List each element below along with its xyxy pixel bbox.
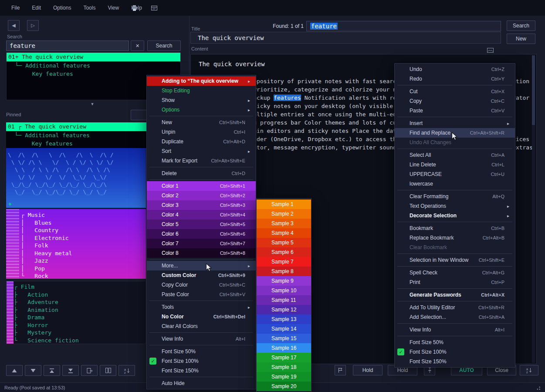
- search-result-selected[interactable]: 01+ The quick overview: [7, 53, 180, 61]
- color-sample-item[interactable]: Sample 9: [257, 276, 311, 286]
- sort-az-button[interactable]: az: [520, 365, 538, 375]
- menu-item[interactable]: Unpin Ctrl+I: [147, 127, 256, 137]
- find-input[interactable]: feature: [306, 21, 501, 31]
- film-tree-item[interactable]: ├ Mystery: [14, 329, 146, 337]
- menu-item[interactable]: Sort: [147, 146, 256, 156]
- music-tree-item[interactable]: │ Folk: [21, 242, 146, 250]
- sort-az-button[interactable]: az: [118, 365, 135, 376]
- menu-item[interactable]: lowercase: [395, 179, 515, 189]
- menu-item[interactable]: Undo Ctrl+Z: [395, 64, 515, 74]
- menu-item[interactable]: Show: [147, 95, 256, 105]
- film-tree-item[interactable]: ├ Animation: [14, 306, 146, 314]
- menu-item[interactable]: Font Size 150%: [395, 357, 515, 366]
- color-sample-item[interactable]: Sample 3: [257, 219, 311, 228]
- music-tree-item[interactable]: │ Jazz: [21, 257, 146, 265]
- film-tree-item[interactable]: ├ Adventure: [14, 298, 146, 306]
- search-button[interactable]: Search: [147, 41, 181, 51]
- menu-item[interactable]: UPPERCASE Ctrl+U: [395, 169, 515, 179]
- menu-item[interactable]: Clear All Colors: [147, 321, 256, 331]
- menu-item[interactable]: New Ctrl+Shift+N: [147, 118, 256, 127]
- color-sample-item[interactable]: Sample 5: [257, 238, 311, 247]
- menubar-item[interactable]: Tools: [77, 0, 102, 16]
- color-sample-item[interactable]: Sample 10: [257, 286, 311, 295]
- resize-grip[interactable]: [535, 385, 541, 390]
- menu-item[interactable]: No Color Ctrl+Shift+Del: [147, 312, 256, 321]
- color-sample-item[interactable]: Sample 19: [257, 372, 311, 382]
- menu-item[interactable]: View Info Alt+I: [147, 334, 256, 344]
- content-scrollbar[interactable]: [532, 55, 535, 363]
- nav-back-button[interactable]: ◀: [8, 20, 20, 31]
- print-preview-button[interactable]: [149, 3, 159, 12]
- menu-item[interactable]: Copy Ctrl+C: [395, 96, 515, 106]
- menu-item[interactable]: Color 5 Ctrl+Shift+5: [147, 220, 256, 229]
- color-sample-item[interactable]: Sample 2: [257, 209, 311, 219]
- music-tree-item[interactable]: │ Electronic: [21, 234, 146, 242]
- menu-item[interactable]: Bookmark Ctrl+B: [395, 223, 515, 233]
- color-sample-item[interactable]: Sample 18: [257, 362, 311, 372]
- music-tree-item[interactable]: ┌ Music: [21, 211, 146, 219]
- move-up-button[interactable]: [6, 365, 23, 376]
- menu-item[interactable]: Mark for Export Ctrl+Alt+Shift+E: [147, 156, 256, 166]
- pinned-note-selected[interactable]: 01 ┌ The quick overview: [6, 122, 147, 131]
- scrollbar-thumb[interactable]: [532, 55, 535, 125]
- film-tree-item[interactable]: ├ Horror: [14, 321, 146, 329]
- color-sample-item[interactable]: Sample 13: [257, 314, 311, 324]
- color-sample-item[interactable]: Sample 20: [257, 382, 311, 391]
- menubar-item[interactable]: View: [102, 0, 125, 16]
- menu-item[interactable]: Font Size 50%: [395, 338, 515, 347]
- move-to-bottom-button[interactable]: [62, 365, 79, 376]
- color-sample-item[interactable]: Sample 11: [257, 295, 311, 305]
- film-tree-item[interactable]: └ Science fiction: [14, 337, 146, 345]
- menu-item[interactable]: Cut Ctrl+X: [395, 87, 515, 96]
- color-sample-item[interactable]: Sample 4: [257, 228, 311, 238]
- menu-item[interactable]: Text Operations: [395, 201, 515, 211]
- search-input[interactable]: [6, 41, 129, 51]
- title-input[interactable]: The quick overview: [190, 32, 501, 44]
- music-tree-item[interactable]: │ Pop: [21, 265, 146, 273]
- clear-search-button[interactable]: ✕: [131, 41, 144, 51]
- menubar-item[interactable]: File: [5, 0, 26, 16]
- menu-item[interactable]: Font Size 100%: [395, 347, 515, 357]
- color-sample-item[interactable]: Sample 15: [257, 334, 311, 343]
- menu-item[interactable]: Duplicate Ctrl+Alt+D: [147, 137, 256, 146]
- collapse-results-button[interactable]: ▼: [87, 101, 98, 108]
- menu-item[interactable]: Print Ctrl+P: [395, 277, 515, 287]
- menu-item[interactable]: Line Delete Ctrl+L: [395, 160, 515, 169]
- menu-item[interactable]: Color 2 Ctrl+Shift+2: [147, 191, 256, 200]
- menu-item[interactable]: Font Size 100%: [147, 356, 256, 366]
- bookmark-flag-button[interactable]: [335, 365, 346, 375]
- film-tree-item[interactable]: ├ Action: [14, 291, 146, 299]
- menu-item[interactable]: Tools: [147, 302, 256, 312]
- new-button[interactable]: New: [507, 34, 535, 44]
- color-sample-item[interactable]: Sample 16: [257, 343, 311, 353]
- music-tree-item[interactable]: │ Heavy metal: [21, 250, 146, 257]
- pinned-note-item[interactable]: Key features: [6, 139, 147, 148]
- menu-item[interactable]: Redo Ctrl+Y: [395, 74, 515, 84]
- find-search-button[interactable]: Search: [507, 20, 535, 31]
- hold-button-1[interactable]: Hold: [353, 365, 383, 375]
- move-down-button[interactable]: [25, 365, 41, 376]
- menu-item[interactable]: Color 1 Ctrl+Shift+1: [147, 181, 256, 191]
- menubar-item[interactable]: Edit: [26, 0, 47, 16]
- menu-item[interactable]: View Info Alt+I: [395, 325, 515, 335]
- menu-item[interactable]: Font Size 50%: [147, 347, 256, 356]
- menu-item[interactable]: Custom Color Ctrl+Shift+9: [147, 270, 256, 280]
- menu-item[interactable]: Font Size 150%: [147, 366, 256, 375]
- menu-item[interactable]: Select All Ctrl+A: [395, 150, 515, 160]
- pinned-note-film[interactable]: ┌ Film├ Action├ Adventure├ Animation├ Dr…: [6, 281, 146, 344]
- color-sample-item[interactable]: Sample 1: [257, 199, 311, 209]
- menu-item[interactable]: Delete Ctrl+D: [147, 169, 256, 178]
- nav-forward-button[interactable]: ▷: [27, 20, 39, 31]
- menu-item[interactable]: Color 8 Ctrl+Shift+8: [147, 248, 256, 258]
- menu-item[interactable]: Options: [147, 105, 256, 115]
- menubar-item[interactable]: Options: [47, 0, 77, 16]
- export-note-button[interactable]: [81, 365, 98, 376]
- menu-item[interactable]: Paste Color Ctrl+Shift+V: [147, 290, 256, 299]
- print-button[interactable]: [129, 3, 139, 12]
- music-tree-item[interactable]: └ Rock: [21, 272, 146, 279]
- menu-item[interactable]: Find and Replace Ctrl+Alt+Shift+R: [395, 128, 515, 138]
- menu-item[interactable]: Color 6 Ctrl+Shift+6: [147, 229, 256, 239]
- menu-item[interactable]: Clear Formatting Alt+Q: [395, 192, 515, 201]
- pinned-note-music[interactable]: ┌ Music│ Blues│ Country│ Electronic│ Fol…: [6, 209, 146, 279]
- menu-item[interactable]: Color 7 Ctrl+Shift+7: [147, 239, 256, 248]
